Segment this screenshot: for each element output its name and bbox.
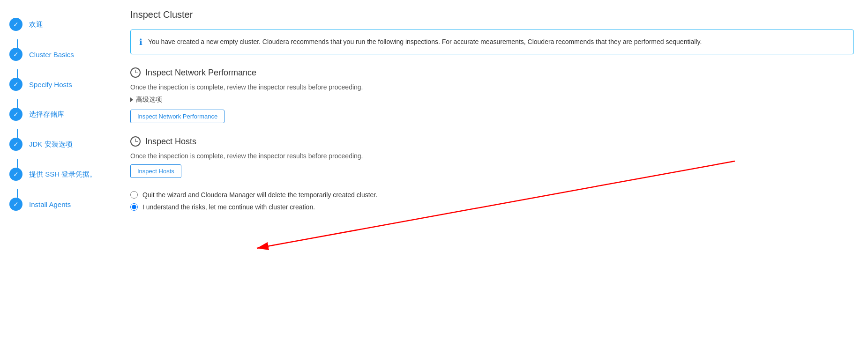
sidebar-item-welcome-label: 欢迎 — [29, 20, 43, 29]
advanced-options-toggle[interactable]: 高级选项 — [130, 96, 854, 104]
jdk-install-check-icon: ✓ — [9, 138, 22, 151]
hosts-section-header: Inspect Hosts — [130, 136, 854, 147]
welcome-check-icon: ✓ — [9, 18, 22, 31]
sidebar-item-jdk-install[interactable]: ✓ JDK 安装选项 — [0, 129, 116, 159]
sidebar-item-install-agents[interactable]: ✓ Install Agents — [0, 189, 116, 219]
sidebar-item-ssh-credentials[interactable]: ✓ 提供 SSH 登录凭据。 — [0, 159, 116, 189]
sidebar-item-cluster-basics[interactable]: ✓ Cluster Basics — [0, 39, 116, 69]
inspect-hosts-button[interactable]: Inspect Hosts — [130, 164, 181, 178]
continue-radio-option[interactable]: I understand the risks, let me continue … — [130, 203, 854, 211]
info-text: You have created a new empty cluster. Cl… — [148, 37, 702, 47]
sidebar-item-specify-hosts[interactable]: ✓ Specify Hosts — [0, 69, 116, 99]
quit-radio-option[interactable]: Quit the wizard and Cloudera Manager wil… — [130, 191, 854, 199]
hosts-section-title: Inspect Hosts — [145, 137, 196, 147]
info-box: ℹ You have created a new empty cluster. … — [130, 30, 854, 54]
advanced-options-label: 高级选项 — [136, 96, 162, 104]
sidebar-item-cluster-basics-label: Cluster Basics — [29, 51, 74, 59]
cluster-basics-check-icon: ✓ — [9, 48, 22, 61]
network-section-header: Inspect Network Performance — [130, 67, 854, 78]
main-content: Inspect Cluster ℹ You have created a new… — [116, 0, 868, 355]
sidebar-item-welcome[interactable]: ✓ 欢迎 — [0, 9, 116, 39]
sidebar-item-jdk-install-label: JDK 安装选项 — [29, 140, 73, 149]
network-section-desc: Once the inspection is complete, review … — [130, 83, 854, 91]
quit-radio-label: Quit the wizard and Cloudera Manager wil… — [142, 191, 377, 199]
select-storage-check-icon: ✓ — [9, 108, 22, 121]
inspect-network-button[interactable]: Inspect Network Performance — [130, 110, 224, 123]
continue-radio-input[interactable] — [130, 203, 138, 211]
network-section-title: Inspect Network Performance — [145, 68, 256, 78]
chevron-right-icon — [130, 97, 133, 102]
inspect-hosts-section: Inspect Hosts Once the inspection is com… — [130, 136, 854, 178]
sidebar-item-select-storage-label: 选择存储库 — [29, 110, 64, 119]
network-clock-icon — [130, 67, 141, 78]
ssh-credentials-check-icon: ✓ — [9, 168, 22, 181]
network-performance-section: Inspect Network Performance Once the ins… — [130, 67, 854, 123]
radio-group: Quit the wizard and Cloudera Manager wil… — [130, 191, 854, 211]
sidebar-item-select-storage[interactable]: ✓ 选择存储库 — [0, 99, 116, 129]
specify-hosts-check-icon: ✓ — [9, 78, 22, 91]
page-title: Inspect Cluster — [130, 9, 854, 20]
sidebar-item-ssh-credentials-label: 提供 SSH 登录凭据。 — [29, 170, 97, 179]
sidebar: ✓ 欢迎 ✓ Cluster Basics ✓ Specify Hosts ✓ … — [0, 0, 116, 355]
hosts-section-desc: Once the inspection is complete, review … — [130, 152, 854, 160]
continue-radio-label: I understand the risks, let me continue … — [142, 203, 315, 211]
quit-radio-input[interactable] — [130, 191, 138, 199]
install-agents-check-icon: ✓ — [9, 198, 22, 211]
sidebar-item-install-agents-label: Install Agents — [29, 200, 71, 208]
sidebar-item-specify-hosts-label: Specify Hosts — [29, 81, 72, 89]
info-icon: ℹ — [139, 37, 142, 47]
hosts-clock-icon — [130, 136, 141, 147]
